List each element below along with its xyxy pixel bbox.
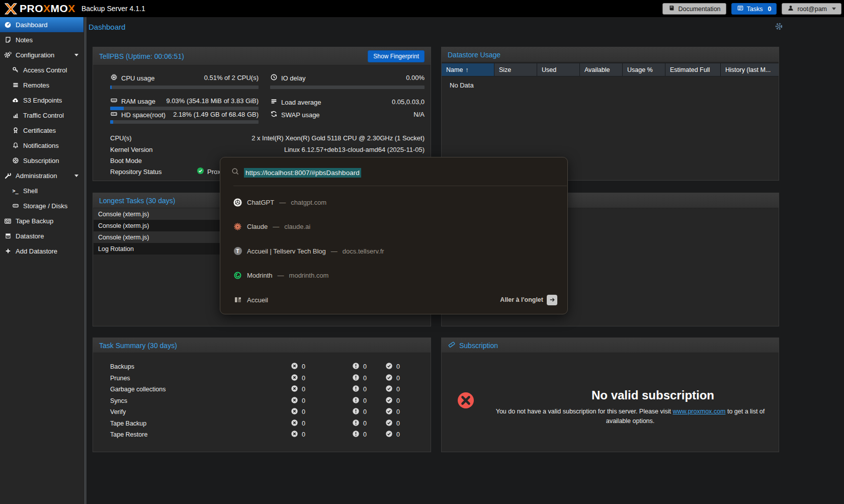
sidebar-item-datastore[interactable]: Datastore: [0, 228, 83, 243]
tasks-button[interactable]: Tasks 0: [731, 3, 777, 15]
ok-circle-icon: [385, 385, 393, 394]
ok-count[interactable]: 0: [396, 397, 400, 404]
suggestion-claude[interactable]: Claude — claude.ai: [220, 218, 567, 235]
urlbar-input-row[interactable]: https://localhost:8007/#pbsDashboard: [220, 165, 567, 180]
column-header-used[interactable]: Used: [537, 63, 580, 76]
subscription-title: Subscription: [448, 341, 498, 350]
show-fingerprint-button[interactable]: Show Fingerprint: [368, 50, 425, 62]
sidebar-item-shell[interactable]: >_ Shell: [0, 183, 83, 198]
ok-count[interactable]: 0: [396, 431, 400, 438]
task-summary-panel: Task Summary (30 days) Backups 0 0 0 Pru…: [93, 338, 431, 452]
ram-usage-bar: [110, 107, 259, 110]
sidebar-item-dashboard[interactable]: Dashboard: [0, 17, 83, 32]
user-menu-button[interactable]: root@pam: [782, 3, 841, 15]
cpus-label: CPU(s): [110, 134, 132, 142]
breadcrumb: Dashboard: [89, 23, 125, 31]
column-header-estimated-full[interactable]: Estimated Full: [665, 63, 721, 76]
task-summary-row: Tape Backup 0 0 0: [93, 418, 432, 430]
life-ring-icon: [11, 156, 20, 164]
ok-count[interactable]: 0: [396, 375, 400, 382]
sidebar-item-add-datastore[interactable]: Add Datastore: [0, 243, 83, 259]
ram-usage-label: RAM usage: [110, 97, 155, 106]
bell-icon: [11, 141, 20, 149]
error-count[interactable]: 0: [302, 363, 305, 370]
error-count[interactable]: 0: [302, 431, 305, 438]
swap-refresh-icon: [270, 110, 278, 119]
suggestion-tellserv[interactable]: T Accueil | Tellserv Tech Blog — docs.te…: [220, 242, 567, 260]
column-header-history[interactable]: History (last M...: [721, 63, 779, 76]
collapse-caret-icon[interactable]: [74, 54, 78, 56]
task-type-label: Prunes: [110, 375, 291, 382]
sidebar-item-notifications[interactable]: Notifications: [0, 138, 83, 153]
datastore-table-header: Name↑ Size Used Available Usage % Estima…: [442, 63, 779, 76]
suggestion-modrinth[interactable]: Modrinth — modrinth.com: [220, 267, 567, 284]
sidebar-item-notes[interactable]: Notes: [0, 32, 83, 47]
cpu-usage-bar: [110, 86, 259, 89]
warning-circle-icon: [352, 385, 360, 394]
warning-count[interactable]: 0: [363, 375, 367, 382]
ok-count[interactable]: 0: [396, 363, 400, 370]
sidebar-item-remotes[interactable]: Remotes: [0, 77, 83, 93]
error-count[interactable]: 0: [302, 397, 305, 404]
error-circle-icon: [291, 407, 298, 416]
certificate-icon: [11, 126, 20, 134]
no-subscription-heading: No valid subscription: [537, 388, 769, 402]
error-count[interactable]: 0: [302, 408, 305, 415]
sidebar-item-s3-endpoints[interactable]: S3 Endpoints: [0, 93, 83, 108]
datastore-box-icon: [4, 232, 12, 240]
sidebar-item-access-control[interactable]: Access Control: [0, 62, 83, 77]
settings-gear-icon[interactable]: [775, 22, 783, 33]
column-header-usage-pct[interactable]: Usage %: [623, 63, 665, 76]
error-count[interactable]: 0: [302, 375, 305, 382]
key-icon: [11, 66, 20, 74]
go-to-tab-button[interactable]: [547, 295, 557, 305]
ok-count[interactable]: 0: [396, 420, 400, 427]
ok-circle-icon: [385, 430, 393, 439]
proxmox-logo-icon: [4, 3, 18, 15]
error-count[interactable]: 0: [302, 386, 305, 393]
no-data-text: No Data: [450, 81, 474, 89]
warning-count[interactable]: 0: [363, 363, 367, 370]
error-badge-icon: [457, 391, 475, 411]
sidebar-item-certificates[interactable]: Certificates: [0, 123, 83, 138]
warning-count[interactable]: 0: [363, 420, 367, 427]
error-circle-icon: [291, 430, 298, 439]
repository-status-label: Repository Status: [110, 168, 162, 176]
load-bars-icon: [270, 98, 278, 107]
warning-count[interactable]: 0: [363, 408, 367, 415]
error-count[interactable]: 0: [302, 420, 305, 427]
task-summary-row: Garbage collections 0 0 0: [93, 384, 432, 395]
sidebar-item-label: Access Control: [23, 66, 67, 74]
column-header-name[interactable]: Name↑: [442, 63, 494, 76]
warning-count[interactable]: 0: [363, 431, 367, 438]
popup-divider: [233, 186, 567, 186]
suggestion-accueil-tab[interactable]: Accueil Aller à l'onglet: [220, 291, 567, 308]
sidebar-item-tape-backup[interactable]: Tape Backup: [0, 213, 83, 228]
sidebar-item-label: Tape Backup: [16, 217, 53, 225]
cpu-usage-value: 0.51% of 2 CPU(s): [174, 74, 259, 81]
sidebar-item-administration[interactable]: Administration: [0, 168, 83, 183]
notes-icon: [4, 36, 12, 44]
column-header-available[interactable]: Available: [580, 63, 623, 76]
claude-icon: [233, 222, 242, 231]
task-type-label: Syncs: [110, 397, 291, 404]
sidebar-item-subscription[interactable]: Subscription: [0, 153, 83, 168]
ok-count[interactable]: 0: [396, 408, 400, 415]
collapse-caret-icon[interactable]: [74, 175, 78, 177]
sidebar-item-configuration[interactable]: Configuration: [0, 47, 83, 62]
column-header-size[interactable]: Size: [494, 63, 537, 76]
warning-count[interactable]: 0: [363, 386, 367, 393]
warning-count[interactable]: 0: [363, 397, 367, 404]
sidebar-item-label: Certificates: [23, 127, 56, 134]
sidebar-splitter[interactable]: [83, 17, 87, 504]
proxmox-link[interactable]: www.proxmox.com: [673, 408, 726, 415]
suggestion-chatgpt[interactable]: ChatGPT — chatgpt.com: [220, 194, 567, 211]
memory-icon: [110, 97, 118, 106]
ticket-icon: [448, 341, 456, 350]
dashboard-icon: [4, 21, 12, 29]
sidebar-item-traffic-control[interactable]: Traffic Control: [0, 108, 83, 123]
ok-count[interactable]: 0: [396, 386, 400, 393]
url-input-value[interactable]: https://localhost:8007/#pbsDashboard: [244, 168, 361, 178]
documentation-button[interactable]: Documentation: [662, 3, 726, 15]
sidebar-item-storage-disks[interactable]: Storage / Disks: [0, 198, 83, 213]
